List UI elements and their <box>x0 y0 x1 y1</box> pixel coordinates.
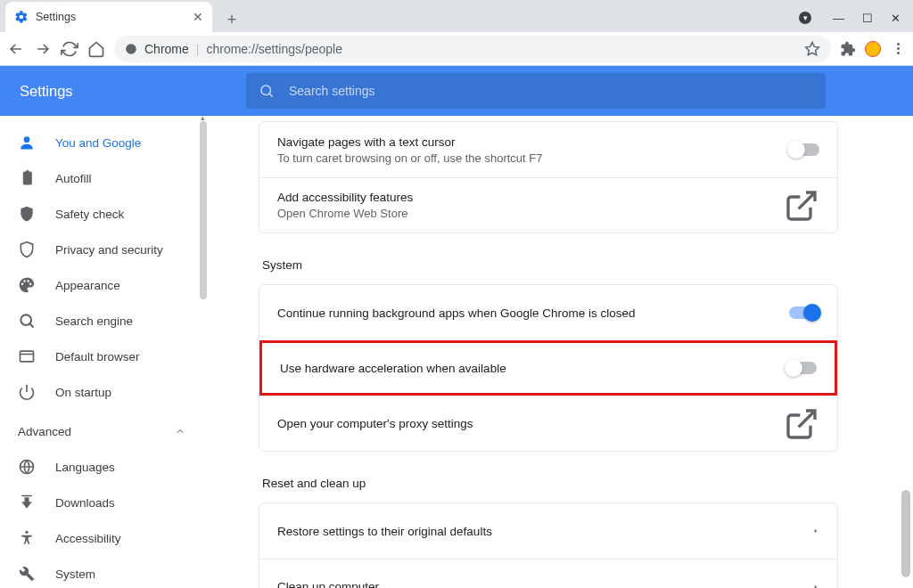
sidebar-item-autofill[interactable]: Autofill <box>0 160 207 196</box>
new-tab-button[interactable]: + <box>219 7 244 32</box>
sidebar-item-on-startup[interactable]: On startup <box>0 374 207 410</box>
window-titlebar: Settings ✕ + ▾ — ☐ ✕ <box>0 0 913 32</box>
profile-avatar[interactable] <box>865 41 881 57</box>
home-button[interactable] <box>87 40 105 58</box>
sidebar-scrollbar[interactable] <box>200 121 207 299</box>
section-title-system: System <box>262 258 842 272</box>
row-title: Clean up computer <box>277 580 784 588</box>
sidebar-item-you-and-google[interactable]: You and Google <box>0 125 207 160</box>
section-title-reset: Reset and clean up <box>262 477 842 490</box>
sidebar-item-languages[interactable]: Languages <box>0 449 207 485</box>
maximize-button[interactable]: ☐ <box>862 12 873 25</box>
globe-icon <box>18 458 36 476</box>
back-button[interactable] <box>7 40 25 58</box>
shield-check-icon <box>18 205 36 223</box>
sidebar-item-label: Privacy and security <box>55 243 163 257</box>
sidebar-item-label: Safety check <box>55 208 124 221</box>
url-separator: | <box>196 42 200 56</box>
minimize-button[interactable]: — <box>833 12 844 25</box>
toggle-background-apps[interactable] <box>789 306 819 319</box>
download-icon <box>18 494 36 511</box>
row-title: Open your computer's proxy settings <box>277 417 784 430</box>
row-background-apps[interactable]: Continue running background apps when Go… <box>259 285 837 340</box>
search-icon <box>18 312 36 330</box>
sidebar-item-label: Search engine <box>55 314 133 328</box>
chrome-icon <box>125 43 137 55</box>
sidebar-item-downloads[interactable]: Downloads <box>0 485 207 520</box>
search-input[interactable] <box>289 84 813 98</box>
sidebar-section-advanced[interactable]: Advanced <box>0 413 207 449</box>
tab-title: Settings <box>36 11 193 23</box>
row-navigate-text-cursor[interactable]: Navigate pages with a text cursor To tur… <box>259 122 837 177</box>
address-bar[interactable]: Chrome | chrome://settings/people <box>114 36 831 62</box>
svg-point-7 <box>25 531 28 534</box>
row-title: Continue running background apps when Go… <box>277 306 784 320</box>
sidebar-item-search-engine[interactable]: Search engine <box>0 303 207 339</box>
notification-badge-icon[interactable]: ▾ <box>799 12 811 24</box>
url-prefix: Chrome <box>144 42 189 56</box>
advanced-label: Advanced <box>18 425 71 438</box>
sidebar-item-privacy[interactable]: Privacy and security <box>0 232 207 267</box>
shield-icon <box>18 241 36 258</box>
main-content: Navigate pages with a text cursor To tur… <box>207 116 913 588</box>
palette-icon <box>18 276 36 294</box>
card-reset: Restore settings to their original defau… <box>259 502 838 588</box>
sidebar: ▴ You and Google Autofill Safety check P… <box>0 116 207 588</box>
window-controls: ▾ — ☐ ✕ <box>799 12 913 32</box>
toggle-hardware-acceleration[interactable] <box>786 362 817 374</box>
launch-icon <box>784 415 819 433</box>
reload-button[interactable] <box>61 40 78 58</box>
row-title: Add accessibility features <box>277 191 784 204</box>
row-title: Restore settings to their original defau… <box>277 525 784 538</box>
clipboard-icon <box>18 169 36 187</box>
sidebar-item-system[interactable]: System <box>0 556 207 588</box>
row-hardware-acceleration[interactable]: Use hardware acceleration when available <box>259 340 837 396</box>
person-icon <box>18 134 36 151</box>
chevron-right-icon <box>784 578 819 589</box>
sidebar-item-accessibility[interactable]: Accessibility <box>0 520 207 556</box>
row-add-accessibility-features[interactable]: Add accessibility features Open Chrome W… <box>259 177 837 233</box>
card-system: Continue running background apps when Go… <box>259 284 838 452</box>
chevron-up-icon <box>175 426 185 437</box>
power-icon <box>18 383 36 401</box>
row-proxy-settings[interactable]: Open your computer's proxy settings <box>259 396 837 451</box>
row-clean-up-computer[interactable]: Clean up computer <box>259 559 837 588</box>
sidebar-item-label: You and Google <box>55 136 141 150</box>
toggle-caret-browsing[interactable] <box>789 143 819 156</box>
row-restore-defaults[interactable]: Restore settings to their original defau… <box>259 503 837 559</box>
search-settings[interactable] <box>246 73 826 109</box>
sidebar-item-label: Downloads <box>55 496 115 510</box>
extensions-icon[interactable] <box>840 41 856 57</box>
url-path: chrome://settings/people <box>206 42 342 56</box>
menu-button[interactable] <box>890 43 906 54</box>
svg-point-2 <box>261 86 271 95</box>
sidebar-item-label: Languages <box>55 461 115 474</box>
svg-point-3 <box>24 136 30 143</box>
svg-marker-1 <box>806 42 819 54</box>
browser-tab[interactable]: Settings ✕ <box>5 2 212 32</box>
browser-toolbar: Chrome | chrome://settings/people <box>0 32 913 66</box>
sidebar-item-default-browser[interactable]: Default browser <box>0 339 207 374</box>
sidebar-item-safety-check[interactable]: Safety check <box>0 196 207 232</box>
close-icon[interactable]: ✕ <box>193 10 203 24</box>
page-title: Settings <box>20 83 234 100</box>
chevron-right-icon <box>784 522 819 540</box>
row-subtitle: Open Chrome Web Store <box>277 207 784 220</box>
row-title: Use hardware acceleration when available <box>280 362 781 375</box>
gear-icon <box>14 10 29 24</box>
close-window-button[interactable]: ✕ <box>891 12 901 25</box>
sidebar-item-label: Autofill <box>55 172 92 185</box>
sidebar-item-label: Accessibility <box>55 532 121 545</box>
svg-rect-5 <box>21 351 34 362</box>
main-scrollbar[interactable] <box>901 490 910 577</box>
settings-header: Settings <box>0 66 913 116</box>
star-icon[interactable] <box>804 41 820 57</box>
sidebar-item-label: Appearance <box>55 279 120 292</box>
sidebar-item-label: Default browser <box>55 350 140 363</box>
svg-point-4 <box>21 314 31 325</box>
wrench-icon <box>18 565 36 583</box>
forward-button[interactable] <box>34 40 52 58</box>
sidebar-item-label: On startup <box>55 386 111 399</box>
sidebar-item-appearance[interactable]: Appearance <box>0 267 207 303</box>
browser-icon <box>18 347 36 365</box>
